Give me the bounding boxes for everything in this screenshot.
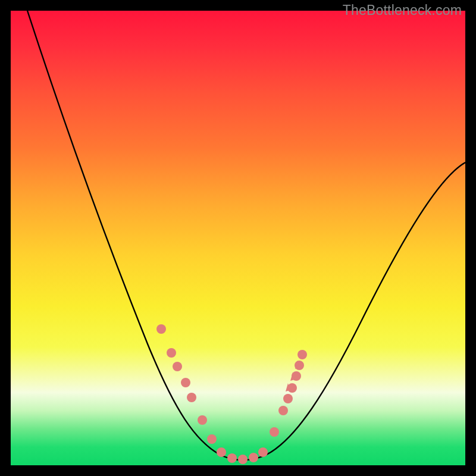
svg-point-4 xyxy=(187,393,196,402)
svg-point-18 xyxy=(298,350,307,359)
svg-point-2 xyxy=(173,362,182,371)
svg-point-10 xyxy=(249,453,258,462)
svg-point-3 xyxy=(181,378,190,387)
plot-area xyxy=(11,11,465,465)
curve-path xyxy=(27,11,465,460)
svg-point-12 xyxy=(270,427,279,437)
chart-frame: TheBottleneck.com xyxy=(0,0,476,476)
svg-point-9 xyxy=(238,455,248,464)
marker-group xyxy=(156,324,307,464)
bottleneck-curve xyxy=(11,11,465,465)
svg-point-0 xyxy=(156,324,166,334)
svg-point-6 xyxy=(207,434,217,444)
svg-point-11 xyxy=(258,447,268,457)
svg-point-14 xyxy=(283,394,293,403)
svg-point-8 xyxy=(227,453,237,463)
watermark-text: TheBottleneck.com xyxy=(343,2,462,18)
svg-point-13 xyxy=(278,406,288,415)
svg-point-1 xyxy=(167,348,176,358)
svg-point-5 xyxy=(198,415,207,425)
svg-point-7 xyxy=(217,447,226,457)
